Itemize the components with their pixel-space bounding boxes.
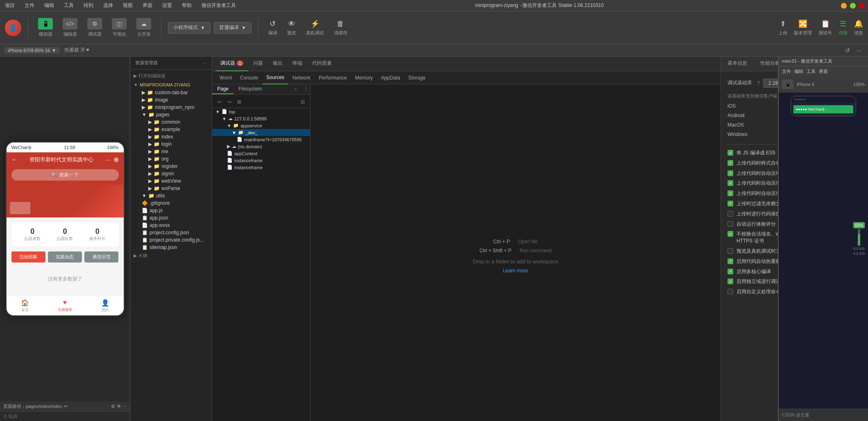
checkbox-style_complete[interactable]: [727, 160, 733, 166]
folder-common[interactable]: ▶ 📁 common: [130, 118, 212, 126]
sw-menu-interface[interactable]: 界面: [819, 68, 828, 75]
refresh-icon[interactable]: ↺: [843, 46, 852, 54]
outline-section[interactable]: ▶ 大纲: [130, 251, 212, 260]
folder-npm[interactable]: ▶ 📁 miniprogram_npm: [130, 104, 212, 111]
checkbox-no_verify[interactable]: [727, 231, 733, 237]
subtab-appdata[interactable]: AppData: [377, 71, 404, 84]
tab-debugger[interactable]: 调试器 1: [215, 57, 248, 71]
tab-basic-info[interactable]: 基本信息: [721, 57, 754, 71]
folder-example[interactable]: ▶ 📁 example: [130, 126, 212, 133]
subtab-storage[interactable]: Storage: [404, 71, 430, 84]
file-project-config[interactable]: 📋 project.config.json: [130, 229, 212, 236]
folder-pages[interactable]: ▼ 📁 pages: [130, 111, 212, 118]
folder-signin[interactable]: ▶ 📁 signin: [130, 170, 212, 177]
subtab-performance[interactable]: Performance: [315, 71, 351, 84]
sources-tree-server[interactable]: ▼ ☁ 127.0.0.1:58995: [212, 115, 310, 122]
sources-tree-appservice[interactable]: ▼ 📁 appservice: [212, 122, 310, 129]
menu-item-help[interactable]: 帮助: [180, 1, 193, 10]
minimize-button[interactable]: －: [841, 3, 847, 9]
eye-icon[interactable]: 👁: [117, 404, 121, 409]
tab-problems[interactable]: 问题: [248, 57, 268, 71]
cloud-button[interactable]: ☁: [136, 18, 151, 29]
more-icon[interactable]: ···: [855, 46, 863, 54]
file-sitemap[interactable]: 📋 sitemap.json: [130, 244, 212, 251]
debug-lib-help-icon[interactable]: ?: [757, 80, 760, 86]
checkbox-custom_handler[interactable]: [727, 289, 733, 294]
menu-item-settings[interactable]: 设置: [161, 1, 174, 10]
menu-item-view[interactable]: 视图: [121, 1, 134, 10]
subtab-memory[interactable]: Memory: [351, 71, 377, 84]
menu-item-edit[interactable]: 编辑: [43, 1, 56, 10]
debugger-button[interactable]: ⚙: [87, 18, 102, 29]
menu-item-goto[interactable]: 转到: [82, 1, 95, 10]
project-section[interactable]: ▼ MINIPROGRAM-ZIYANG: [130, 81, 212, 89]
sw-menu-file[interactable]: 文件: [782, 68, 791, 75]
folder-index[interactable]: ▶ 📁 index: [130, 133, 212, 140]
sources-tree-instanceframe-2[interactable]: 📄 instanceframe: [212, 164, 310, 171]
phone-tab-practice[interactable]: 实践动态: [48, 251, 82, 263]
sources-tree-dev[interactable]: ▼ 📁 _dev_: [212, 129, 310, 136]
checkbox-multi_core[interactable]: [727, 269, 733, 274]
file-project-private[interactable]: 📋 project.private.config.js...: [130, 236, 212, 244]
sources-nav-icon-2[interactable]: ↪: [225, 98, 233, 106]
more-path-icon[interactable]: ···: [123, 404, 127, 409]
file-gitignore[interactable]: 🔶 .gitignore: [130, 199, 212, 207]
sources-tree-appcontext[interactable]: 📄 appContext: [212, 150, 310, 157]
clear-cache-button[interactable]: 🗑 清缓存: [331, 18, 351, 38]
sources-collapse-icon[interactable]: ⊟: [299, 98, 307, 106]
checkbox-filter_dep[interactable]: [727, 201, 733, 206]
folder-utils[interactable]: ▼ 📁 utils: [130, 192, 212, 199]
close-button[interactable]: ✕: [859, 3, 865, 9]
sources-filesystem-tab[interactable]: Filesystem: [233, 84, 267, 94]
phone-bottom-volunteer[interactable]: ♥ 志愿服务: [58, 299, 73, 312]
explorer-more[interactable]: ···: [203, 61, 207, 66]
settings-icon[interactable]: ⚙: [111, 404, 115, 409]
sources-page-tab[interactable]: Page: [212, 84, 233, 94]
folder-me[interactable]: ▶ 📁 me: [130, 148, 212, 155]
sw-simulator-btn[interactable]: 📱: [782, 79, 793, 89]
sources-tree-mainframe[interactable]: 📄 mainframe?t=167634670595: [212, 136, 310, 143]
folder-login[interactable]: ▶ 📁 login: [130, 140, 212, 148]
simulator-button[interactable]: 📱: [38, 18, 53, 29]
upload-button[interactable]: ⬆ 上传: [778, 19, 787, 36]
subtab-sources[interactable]: Sources: [262, 71, 288, 84]
checkbox-es5[interactable]: [727, 150, 733, 156]
menu-item-wechat[interactable]: 微信开发者工具: [200, 1, 238, 10]
checkbox-auto_eval[interactable]: [727, 221, 733, 227]
folder-wxparse[interactable]: ▶ 📁 wxParse: [130, 185, 212, 192]
compile-dropdown[interactable]: 普通编译 ▼: [214, 22, 252, 34]
folder-org[interactable]: ▶ 📁 org: [130, 155, 212, 163]
sources-tree-nodomain[interactable]: ▶ ☁ (no domain): [212, 143, 310, 150]
sources-tree-instanceframe-1[interactable]: 📄 instanceframe: [212, 157, 310, 164]
open-editors-section[interactable]: ▶ 打开的编辑器: [130, 71, 212, 81]
subtab-network[interactable]: Network: [288, 71, 315, 84]
phone-tab-showcase[interactable]: 典型示范: [84, 251, 118, 263]
file-appjs[interactable]: 📄 app.js: [130, 207, 212, 214]
sources-tree-top[interactable]: ▼ 📄 top: [212, 108, 310, 115]
checkbox-compress_style[interactable]: [727, 170, 733, 176]
sources-more-btn[interactable]: »: [291, 84, 300, 94]
menu-item-tools[interactable]: 工具: [62, 1, 75, 10]
mode-dropdown[interactable]: 小程序模式 ▼: [168, 22, 211, 34]
menu-item-select[interactable]: 选择: [102, 1, 115, 10]
checkbox-isolated_domain[interactable]: [727, 278, 733, 284]
folder-webview[interactable]: ▶ 📁 webView: [130, 177, 212, 185]
preview-button[interactable]: 👁 预览: [284, 18, 299, 38]
learn-more-link[interactable]: Learn more: [473, 268, 558, 274]
phone-bottom-home[interactable]: 🏠 首页: [21, 299, 29, 313]
subtab-console[interactable]: Console: [236, 71, 262, 84]
subtab-wxml[interactable]: Wxml: [215, 71, 236, 84]
sw-menu-edit[interactable]: 编辑: [794, 68, 803, 75]
test-button[interactable]: 📋 测试号: [818, 19, 832, 36]
tab-terminal[interactable]: 终端: [288, 57, 307, 71]
sources-options-icon[interactable]: ⋮: [302, 84, 310, 94]
tab-codequality[interactable]: 代码质量: [307, 57, 337, 71]
menu-item-file[interactable]: 文件: [23, 1, 36, 10]
checkbox-compress_script[interactable]: [727, 180, 733, 186]
translate-button[interactable]: ↺ 编译: [265, 18, 281, 38]
path-edit-icon[interactable]: ✏: [64, 404, 68, 409]
folder-custom-tab-bar[interactable]: ▶ 📁 custom-tab-bar: [130, 89, 212, 96]
checkbox-preview_host[interactable]: [727, 248, 733, 254]
file-appjson[interactable]: 📋 app.json: [130, 214, 212, 222]
version-mgr-button[interactable]: 🔀 版本管理: [794, 19, 812, 36]
